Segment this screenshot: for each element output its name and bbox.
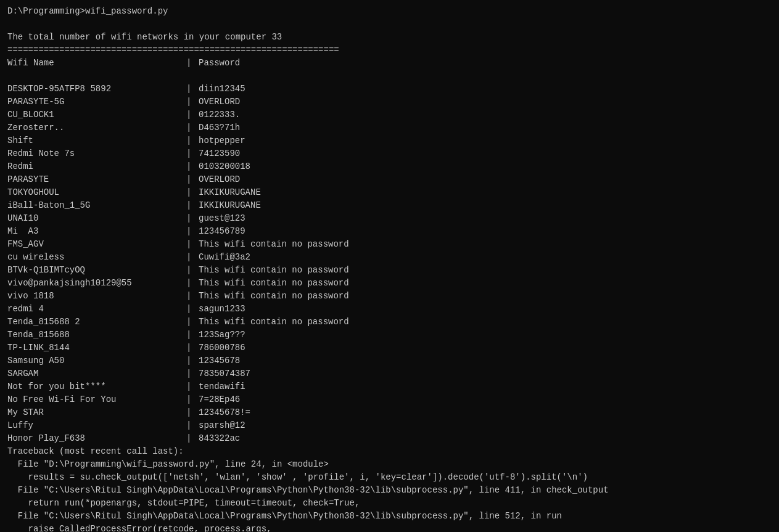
wifi-name: cu wireless <box>7 251 186 264</box>
wifi-password: Cuwifi@3a2 <box>199 251 250 264</box>
wifi-name: vivo@pankajsingh10129@55 <box>7 277 186 290</box>
traceback-line: return run(*popenargs, stdout=PIPE, time… <box>7 497 772 510</box>
row-separator: | <box>186 419 199 432</box>
wifi-password: 7=28Ep46 <box>199 393 240 406</box>
wifi-password: This wifi contain no password <box>199 238 349 251</box>
wifi-name: No Free Wi-Fi For You <box>7 393 186 406</box>
table-row: CU_BLOCK1| 0122333. <box>7 108 772 121</box>
wifi-password: diin12345 <box>199 83 245 96</box>
row-separator: | <box>186 277 199 290</box>
wifi-password: sparsh@12 <box>199 419 245 432</box>
row-separator: | <box>186 134 199 147</box>
table-row: TP-LINK_8144| 786000786 <box>7 342 772 354</box>
header-wifi-name: Wifi Name <box>7 57 186 70</box>
table-row: PARASYTE-5G| OVERLORD <box>7 96 772 108</box>
row-separator: | <box>186 342 199 354</box>
header-separator: | <box>186 57 199 70</box>
table-row: TOKYOGHOUL| IKKIKURUGANE <box>7 186 772 199</box>
table-row: Tenda_815688| 123Sag??? <box>7 329 772 342</box>
wifi-password: 12345678!= <box>199 406 250 419</box>
wifi-password: 12345678 <box>199 354 240 367</box>
traceback-section: Traceback (most recent call last): File … <box>7 445 772 532</box>
table-row: Not for you bit****| tendawifi <box>7 380 772 393</box>
row-separator: | <box>186 173 199 186</box>
wifi-name: iBall-Baton_1_5G <box>7 199 186 212</box>
wifi-password: 74123590 <box>199 147 240 160</box>
wifi-password: 786000786 <box>199 342 245 354</box>
wifi-password: D463?71h <box>199 121 240 134</box>
wifi-name: Honor Play_F638 <box>7 432 186 445</box>
wifi-password: This wifi contain no password <box>199 277 349 290</box>
table-row: BTVk-Q1BIMTcyOQ| This wifi contain no pa… <box>7 264 772 277</box>
row-separator: | <box>186 96 199 108</box>
wifi-name: TOKYOGHOUL <box>7 186 186 199</box>
wifi-name: FMS_AGV <box>7 238 186 251</box>
wifi-password: 123Sag??? <box>199 329 245 342</box>
wifi-name: Not for you bit**** <box>7 380 186 393</box>
row-separator: | <box>186 186 199 199</box>
wifi-name: My STAR <box>7 406 186 419</box>
row-separator: | <box>186 354 199 367</box>
table-row: iBall-Baton_1_5G| IKKIKURUGANE <box>7 199 772 212</box>
table-row: redmi 4| sagun1233 <box>7 303 772 316</box>
wifi-name: PARASYTE-5G <box>7 96 186 108</box>
wifi-password: guest@123 <box>199 212 245 225</box>
traceback-line: File "C:\Users\Ritul Singh\AppData\Local… <box>7 484 772 497</box>
table-row: vivo 1818| This wifi contain no password <box>7 290 772 303</box>
intro-line: The total number of wifi networks in you… <box>7 31 772 44</box>
wifi-name: BTVk-Q1BIMTcyOQ <box>7 264 186 277</box>
wifi-list: DESKTOP-95ATFP8 5892| diin12345PARASYTE-… <box>7 83 772 445</box>
wifi-password: This wifi contain no password <box>199 316 349 329</box>
table-row: No Free Wi-Fi For You| 7=28Ep46 <box>7 393 772 406</box>
row-separator: | <box>186 290 199 303</box>
blank-line-2 <box>7 70 772 83</box>
table-row: FMS_AGV| This wifi contain no password <box>7 238 772 251</box>
wifi-name: Redmi Note 7s <box>7 147 186 160</box>
row-separator: | <box>186 238 199 251</box>
wifi-password: OVERLORD <box>199 96 240 108</box>
wifi-name: Mi A3 <box>7 225 186 238</box>
wifi-password: 0103200018 <box>199 160 250 173</box>
table-row: Redmi| 0103200018 <box>7 160 772 173</box>
row-separator: | <box>186 406 199 419</box>
wifi-name: DESKTOP-95ATFP8 5892 <box>7 83 186 96</box>
table-row: DESKTOP-95ATFP8 5892| diin12345 <box>7 83 772 96</box>
table-row: UNAI10| guest@123 <box>7 212 772 225</box>
row-separator: | <box>186 225 199 238</box>
wifi-password: This wifi contain no password <box>199 290 349 303</box>
row-separator: | <box>186 432 199 445</box>
header-password: Password <box>199 57 240 70</box>
table-row: Tenda_815688 2| This wifi contain no pas… <box>7 316 772 329</box>
wifi-name: Shift <box>7 134 186 147</box>
row-separator: | <box>186 212 199 225</box>
table-row: cu wireless| Cuwifi@3a2 <box>7 251 772 264</box>
row-separator: | <box>186 251 199 264</box>
table-row: Zerosterr..| D463?71h <box>7 121 772 134</box>
blank-line <box>7 18 772 31</box>
wifi-name: Redmi <box>7 160 186 173</box>
table-row: Mi A3| 123456789 <box>7 225 772 238</box>
table-row: Honor Play_F638| 843322ac <box>7 432 772 445</box>
row-separator: | <box>186 160 199 173</box>
table-row: My STAR| 12345678!= <box>7 406 772 419</box>
wifi-password: This wifi contain no password <box>199 264 349 277</box>
row-separator: | <box>186 303 199 316</box>
terminal-window: D:\Programming>wifi_password.py The tota… <box>7 5 772 532</box>
row-separator: | <box>186 393 199 406</box>
table-row: vivo@pankajsingh10129@55| This wifi cont… <box>7 277 772 290</box>
row-separator: | <box>186 264 199 277</box>
header-row: Wifi Name | Password <box>7 57 772 70</box>
table-row: PARASYTE| OVERLORD <box>7 173 772 186</box>
table-row: Luffy| sparsh@12 <box>7 419 772 432</box>
row-separator: | <box>186 121 199 134</box>
table-row: Samsung A50| 12345678 <box>7 354 772 367</box>
row-separator: | <box>186 83 199 96</box>
wifi-name: Samsung A50 <box>7 354 186 367</box>
wifi-password: 0122333. <box>199 108 240 121</box>
wifi-name: Zerosterr.. <box>7 121 186 134</box>
wifi-password: OVERLORD <box>199 173 240 186</box>
table-row: Shift| hotpepper <box>7 134 772 147</box>
traceback-line: results = su.check_output(['netsh', 'wla… <box>7 471 772 484</box>
table-row: Redmi Note 7s| 74123590 <box>7 147 772 160</box>
wifi-password: 843322ac <box>199 432 240 445</box>
